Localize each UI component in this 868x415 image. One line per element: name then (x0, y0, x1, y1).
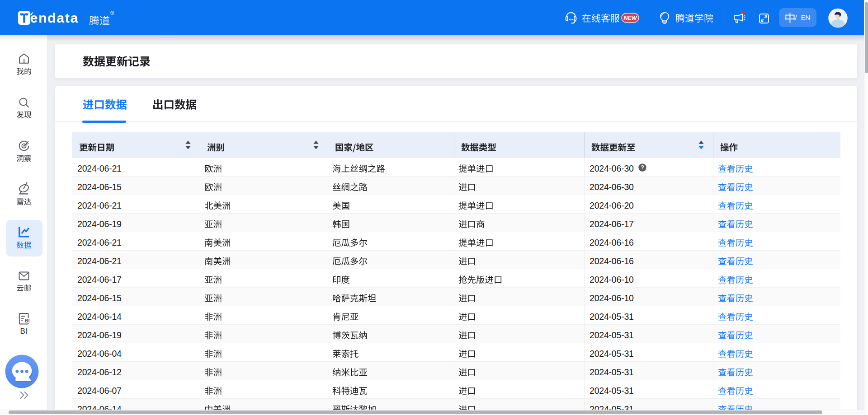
svg-text:R: R (112, 12, 113, 14)
svg-text:BI: BI (25, 318, 30, 323)
svg-text:NEW: NEW (623, 15, 637, 21)
svg-text:?: ? (641, 164, 644, 171)
